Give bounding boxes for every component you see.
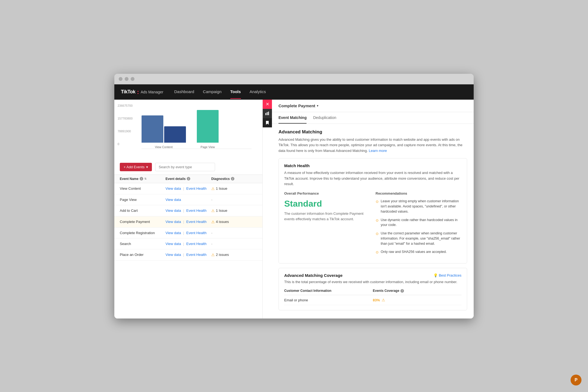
chevron-down-icon: ▾ [317, 104, 318, 107]
standard-status: Standard [284, 199, 370, 209]
nav-dashboard[interactable]: Dashboard [174, 85, 194, 99]
y-label-2: 78891900 [118, 130, 133, 133]
rec-warning-icon-0: ⊙ [376, 199, 379, 204]
event-name-cell: Page View [120, 198, 166, 202]
diagnostics-cell: ⚠ 2 issues [211, 253, 257, 257]
event-details-cell: View data | Event Health [166, 231, 211, 235]
event-health-link[interactable]: Event Health [186, 220, 206, 224]
nav-logo-sub: Ads Manager [141, 90, 163, 94]
header-event-name: Event Name i ⇅ [120, 177, 166, 181]
best-practices-text: Best Practices [439, 273, 461, 277]
nav-campaign[interactable]: Campaign [203, 85, 221, 99]
nav-analytics[interactable]: Analytics [250, 85, 266, 99]
add-events-label: + Add Events [124, 165, 145, 169]
top-nav: TikTok: Ads Manager Dashboard Campaign T… [114, 84, 474, 100]
header-event-name-label: Event Name [120, 177, 139, 181]
match-health-desc: A measure of how effectively customer in… [284, 170, 461, 187]
main-layout: 236675700 157783800 78891900 0 View Cont… [114, 100, 474, 318]
coverage-desc: This is the total percentage of events w… [284, 279, 461, 285]
lightbulb-icon: 💡 [433, 273, 438, 277]
rec-warning-icon-1: ⊙ [376, 218, 379, 223]
browser-dot-red [119, 77, 122, 81]
user-avatar[interactable]: P [571, 375, 581, 385]
event-name-info-icon: i [140, 177, 143, 180]
rec-text-2: Use the correct parameter when sending c… [381, 231, 462, 246]
panel-title-dropdown[interactable]: Complete Payment ▾ [278, 103, 318, 108]
coverage-header: Advanced Matching Coverage 💡 Best Practi… [284, 273, 461, 278]
rec-warning-icon-2: ⊙ [376, 231, 379, 237]
rec-item-1: ⊙ Use dynamic code rather than hardcoded… [376, 218, 462, 228]
tab-event-matching[interactable]: Event Matching [278, 112, 307, 124]
diagnostics-cell: - [211, 242, 257, 246]
svg-rect-0 [265, 113, 266, 115]
event-details-cell: View data | Event Health [166, 220, 211, 224]
coverage-table-header: Customer Contact Information Events Cove… [284, 289, 461, 295]
chart-icon-button[interactable] [263, 109, 272, 118]
table-header: Event Name i ⇅ Event details i Diagnosti… [114, 175, 262, 183]
event-name-cell: Add to Cart [120, 209, 166, 213]
search-input[interactable] [155, 163, 215, 171]
event-health-link[interactable]: Event Health [186, 231, 206, 235]
learn-more-link[interactable]: Learn more [369, 149, 387, 153]
header-diagnostics-label: Diagnostics [211, 177, 230, 181]
rec-text-3: Only raw and SHA256 values are accepted. [381, 249, 447, 255]
warning-icon: ⚠ [211, 186, 215, 191]
coverage-title: Advanced Matching Coverage [284, 273, 342, 278]
dash-text: - [211, 231, 212, 235]
table-row: Place an Order View data | Event Health … [114, 249, 262, 261]
nav-tools[interactable]: Tools [230, 85, 241, 99]
bar-label-page-view: Page View [201, 145, 215, 149]
view-data-link[interactable]: View data [166, 242, 181, 246]
bar-chart-icon [265, 111, 270, 116]
event-details-cell: View data [166, 198, 211, 202]
app-container: TikTok: Ads Manager Dashboard Campaign T… [114, 84, 474, 318]
bar-page-view: Page View [197, 110, 219, 149]
view-data-link[interactable]: View data [166, 198, 181, 202]
rec-item-0: ⊙ Leave your string empty when customer … [376, 199, 462, 214]
diagnostics-cell: ⚠ 1 Issue [211, 186, 257, 191]
view-data-link[interactable]: View data [166, 186, 181, 191]
header-event-details-label: Event details [166, 177, 186, 181]
match-health-card: Match Health A measure of how effectivel… [278, 158, 467, 264]
issue-text: 1 Issue [216, 186, 227, 191]
close-panel-button[interactable]: ✕ [263, 100, 272, 109]
coverage-pct: 83% ⚠ [373, 298, 462, 302]
event-name-sort-icon[interactable]: ⇅ [144, 177, 146, 180]
view-data-link[interactable]: View data [166, 231, 181, 235]
recs-col: Recommendations ⊙ Leave your string empt… [376, 191, 462, 258]
add-events-button[interactable]: + Add Events ▾ [120, 163, 152, 171]
header-event-details: Event details i [166, 177, 211, 181]
rec-warning-icon-3: ⊙ [376, 250, 379, 255]
tab-deduplication[interactable]: Deduplication [313, 112, 336, 124]
event-details-cell: View data | Event Health [166, 253, 211, 257]
event-health-link[interactable]: Event Health [186, 186, 206, 191]
event-name-cell: View Content [120, 186, 166, 191]
coverage-table-row: Email or phone 83% ⚠ [284, 295, 461, 305]
event-health-link[interactable]: Event Health [186, 209, 206, 213]
rec-text-0: Leave your string empty when customer in… [381, 199, 462, 214]
right-panel: ✕ [263, 100, 474, 318]
view-data-link[interactable]: View data [166, 220, 181, 224]
view-data-link[interactable]: View data [166, 209, 181, 213]
coverage-card: Advanced Matching Coverage 💡 Best Practi… [278, 268, 467, 311]
event-health-link[interactable]: Event Health [186, 242, 206, 246]
table-row: Page View View data - [114, 194, 262, 205]
event-name-cell: Search [120, 242, 166, 246]
pct-warning-icon: ⚠ [382, 298, 385, 302]
nav-logo-tiktok: TikTok [121, 89, 135, 95]
event-health-link[interactable]: Event Health [186, 253, 206, 257]
svg-rect-2 [268, 112, 269, 115]
y-label-1: 157783800 [118, 117, 133, 120]
table-row: View Content View data | Event Health ⚠ … [114, 183, 262, 194]
best-practices-link[interactable]: 💡 Best Practices [433, 273, 461, 277]
chart-area: 236675700 157783800 78891900 0 View Cont… [114, 100, 262, 160]
diagnostics-cell: ⚠ 4 issues [211, 220, 257, 224]
recommendations-label: Recommendations [376, 191, 462, 195]
view-data-link[interactable]: View data [166, 253, 181, 257]
nav-logo-dot: : [137, 88, 139, 96]
bar-view-content: View Content [142, 115, 186, 149]
panel-tabs: Event Matching Deduplication [272, 112, 474, 124]
chart-bars-container: View Content Page View [142, 104, 252, 149]
bookmark-icon-button[interactable] [263, 118, 272, 127]
panel-overlay-buttons: ✕ [263, 100, 272, 127]
